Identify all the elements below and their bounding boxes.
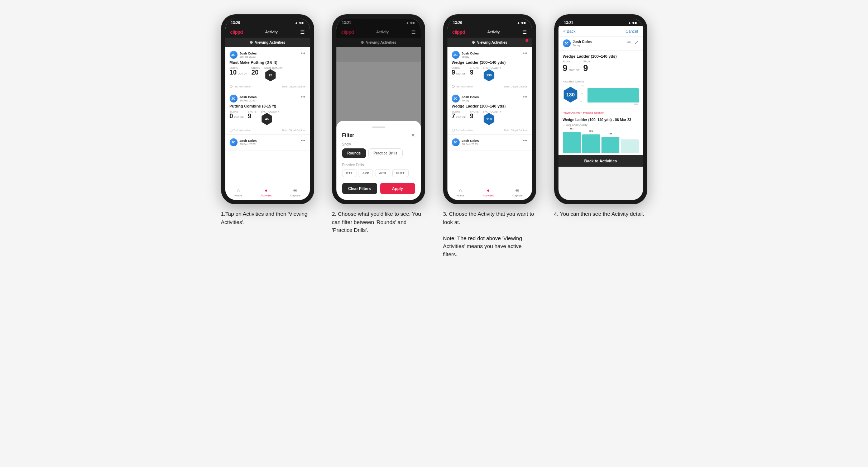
tab-rounds-2[interactable]: Rounds xyxy=(342,148,366,158)
tab-practice-drills-2[interactable]: Practice Drills xyxy=(368,148,403,158)
detail-user-name-4: Josh Coles xyxy=(573,40,592,44)
back-to-activities-button-4[interactable]: Back to Activities xyxy=(558,155,643,167)
detail-actions-4: ✏ ⤢ xyxy=(627,39,639,45)
user-date-1-1: 28 Feb 2023 xyxy=(240,55,257,58)
bottom-nav-capture-1[interactable]: ⊕ Capture xyxy=(290,187,300,197)
bottom-nav-capture-3[interactable]: ⊕ Capture xyxy=(512,187,522,197)
card-header-1-2: JC Josh Coles 28 Feb 2023 ••• xyxy=(230,95,306,103)
user-name-1-1: Josh Coles xyxy=(240,52,257,55)
time-4: 13:21 xyxy=(564,21,574,25)
viewing-activities-label-3: Viewing Activities xyxy=(477,40,507,44)
chip-putt-2[interactable]: PUTT xyxy=(392,169,409,177)
activity-card-1-3[interactable]: JC Josh Coles 28 Feb 2023 ••• xyxy=(225,135,310,151)
time-1: 13:20 xyxy=(231,21,240,25)
user-date-1-2: 28 Feb 2023 xyxy=(240,99,257,102)
activity-drill-section-4: Wedge Ladder (100–140 yds) - 06 Mar 23 -… xyxy=(558,115,643,155)
filter-chips-2: OTT APP ARG PUTT xyxy=(342,169,415,177)
three-dots-3-3[interactable]: ••• xyxy=(523,138,528,143)
caption-3: 3. Choose the Activity that you want to … xyxy=(443,210,536,258)
card-header-1-3: JC Josh Coles 28 Feb 2023 ••• xyxy=(230,138,306,146)
caption-1: 1.Tap on Activities and then 'Viewing Ac… xyxy=(221,210,314,226)
detail-section-4: Wedge Ladder (100–140 yds) Score 9 OUT O… xyxy=(558,51,643,77)
nav-menu-3[interactable]: ☰ xyxy=(522,29,527,35)
phone-screen-4: 13:21 ▲ ◀ ◼ < Back Cancel JC Josh Coles … xyxy=(558,19,643,200)
phone-frame-1: 13:20 ▲ ◀ ◼ clippd Activity ☰ ⚙ Viewing … xyxy=(221,14,314,204)
activity-card-3-2[interactable]: JC Josh Coles Today ••• Wedge Ladder (10… xyxy=(447,91,532,135)
nav-menu-1[interactable]: ☰ xyxy=(300,29,305,35)
bottom-nav-activities-3[interactable]: ♦ Activities xyxy=(483,187,494,197)
detail-drill-title-4: Wedge Ladder (100–140 yds) xyxy=(563,54,639,58)
activity-drill-title-4: Wedge Ladder (100–140 yds) - 06 Mar 23 xyxy=(563,118,639,122)
cancel-button-4[interactable]: Cancel xyxy=(625,29,638,33)
bottom-nav-activities-1[interactable]: ♦ Activities xyxy=(260,187,272,197)
apply-button-2[interactable]: Apply xyxy=(380,183,415,194)
quality-hex-1-1: 75 xyxy=(264,69,277,81)
card-title-1-2: Putting Combine (3-15 ft) xyxy=(230,104,306,108)
stat-quality-1-1: Shot Quality 75 xyxy=(264,67,283,81)
modal-sheet-2: Filter ✕ Show Rounds Practice Drills Pra… xyxy=(336,121,421,200)
user-name-1-2: Josh Coles xyxy=(240,95,257,99)
three-dots-3-2[interactable]: ••• xyxy=(523,95,528,100)
three-dots-1-2[interactable]: ••• xyxy=(301,95,306,100)
stat-shots-1-2: Shots 9 xyxy=(248,110,256,119)
filter-icon-1: ⚙ xyxy=(250,40,253,44)
modal-actions-2: Clear Filters Apply xyxy=(342,183,415,194)
avatar-3-3: JC xyxy=(452,138,460,146)
activity-card-3-3[interactable]: JC Josh Coles 28 Feb 2023 ••• xyxy=(447,135,532,151)
phone-column-4: 13:21 ▲ ◀ ◼ < Back Cancel JC Josh Coles … xyxy=(551,14,651,218)
stats-row-1-1: Score 10 OUT OF Shots 20 xyxy=(230,67,306,81)
filter-tabs-2: Rounds Practice Drills xyxy=(342,148,415,158)
show-label-2: Show xyxy=(342,142,415,146)
bottom-nav-3: ⌂ Home ♦ Activities ⊕ Capture xyxy=(447,185,532,200)
card-header-1-1: JC Josh Coles 28 Feb 2023 ••• xyxy=(230,51,306,59)
detail-score-value-4: 9 xyxy=(563,63,567,73)
screen-content-1: JC Josh Coles 28 Feb 2023 ••• Must Make … xyxy=(225,47,310,185)
viewing-activities-bar-3[interactable]: ⚙ Viewing Activities xyxy=(447,38,532,47)
chip-ott-2[interactable]: OTT xyxy=(342,169,356,177)
filter-icon-3: ⚙ xyxy=(472,40,475,44)
phone-frame-4: 13:21 ▲ ◀ ◼ < Back Cancel JC Josh Coles … xyxy=(554,14,647,204)
stats-row-1-2: Score 0 OUT OF Shots 9 xyxy=(230,110,306,125)
three-dots-3-1[interactable]: ••• xyxy=(523,51,528,56)
hex-value-4: 130 xyxy=(563,87,579,103)
activity-card-3-1[interactable]: JC Josh Coles Today ••• Wedge Ladder (10… xyxy=(447,47,532,91)
stat-score-1-2: Score 0 OUT OF xyxy=(230,110,244,119)
edit-icon-4[interactable]: ✏ xyxy=(627,39,632,45)
detail-user-row-4: JC Josh Coles Today ✏ ⤢ xyxy=(558,37,643,51)
phones-row: 13:20 ▲ ◀ ◼ clippd Activity ☰ ⚙ Viewing … xyxy=(217,14,651,258)
modal-close-2[interactable]: ✕ xyxy=(411,132,415,138)
detail-header-4: < Back Cancel xyxy=(558,26,643,37)
activities-label-3: Activities xyxy=(483,194,494,197)
clear-filters-button-2[interactable]: Clear Filters xyxy=(342,183,377,194)
practice-drills-label-2: Practice Drills xyxy=(342,163,415,167)
back-button-4[interactable]: < Back xyxy=(564,29,576,33)
nav-title-3: Activity xyxy=(487,30,500,34)
phone-frame-3: 13:20 ▲ ◀ ◼ clippd Activity ☰ ⚙ Viewing … xyxy=(443,14,536,204)
viewing-activities-bar-1[interactable]: ⚙ Viewing Activities xyxy=(225,38,310,47)
three-dots-1-3[interactable]: ••• xyxy=(301,138,306,143)
chip-arg-2[interactable]: ARG xyxy=(375,169,390,177)
activity-card-1-1[interactable]: JC Josh Coles 28 Feb 2023 ••• Must Make … xyxy=(225,47,310,91)
bar-4-1: 132 xyxy=(563,132,581,153)
three-dots-1-1[interactable]: ••• xyxy=(301,51,306,56)
user-name-1-3: Josh Coles xyxy=(240,139,257,143)
bottom-nav-1: ⌂ Home ♦ Activities ⊕ Capture xyxy=(225,185,310,200)
activity-avg-label-4: --- Avg Shot Quality xyxy=(563,123,639,127)
nav-title-1: Activity xyxy=(265,30,278,34)
card-header-3-1: JC Josh Coles Today ••• xyxy=(452,51,528,59)
user-date-1-3: 28 Feb 2023 xyxy=(240,143,257,146)
detail-user-date-4: Today xyxy=(573,44,592,47)
detail-shots-value-4: 9 xyxy=(583,63,588,73)
activities-icon-1: ♦ xyxy=(265,187,267,193)
stat-score-1-1: Score 10 OUT OF xyxy=(230,67,247,76)
activity-card-1-2[interactable]: JC Josh Coles 28 Feb 2023 ••• Putting Co… xyxy=(225,91,310,135)
bar-mini-4 xyxy=(588,88,639,103)
chip-app-2[interactable]: APP xyxy=(359,169,373,177)
bottom-nav-home-3[interactable]: ⌂ Home xyxy=(456,187,464,197)
expand-icon-4[interactable]: ⤢ xyxy=(634,39,639,45)
stat-shots-value-1-1: 20 xyxy=(251,69,260,76)
status-icons-4: ▲ ◀ ◼ xyxy=(628,21,637,24)
user-row-1-3: JC Josh Coles 28 Feb 2023 xyxy=(230,138,257,146)
bottom-nav-home-1[interactable]: ⌂ Home xyxy=(234,187,242,197)
card-title-1-1: Must Make Putting (3-6 ft) xyxy=(230,60,306,65)
